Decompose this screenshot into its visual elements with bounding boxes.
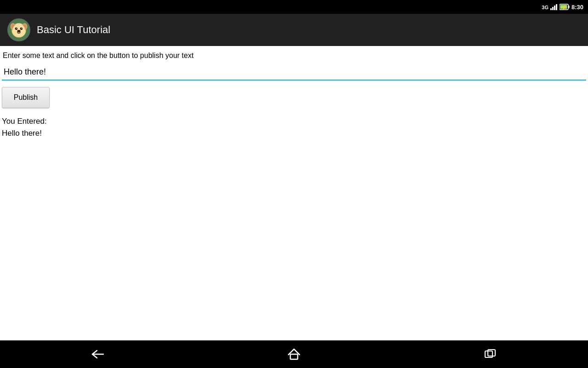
svg-rect-0 xyxy=(550,8,552,10)
svg-rect-2 xyxy=(554,6,555,10)
svg-rect-3 xyxy=(556,4,557,10)
back-button[interactable] xyxy=(79,343,116,366)
battery-icon: ⚡ xyxy=(560,4,570,10)
output-value: Hello there! xyxy=(2,127,586,139)
instruction-text: Enter some text and click on the button … xyxy=(2,52,586,60)
recents-button[interactable] xyxy=(472,343,509,366)
time-display: 8:30 xyxy=(571,4,583,11)
status-bar: 3G ⚡ 8:30 xyxy=(0,0,588,14)
svg-rect-5 xyxy=(568,6,569,8)
avatar-image xyxy=(8,18,29,41)
signal-bars-icon xyxy=(550,4,558,10)
svg-point-15 xyxy=(15,27,18,30)
output-label: You Entered: xyxy=(2,115,586,127)
svg-text:⚡: ⚡ xyxy=(561,5,567,11)
svg-point-19 xyxy=(17,30,20,33)
svg-rect-1 xyxy=(552,7,554,10)
home-icon xyxy=(288,348,300,360)
app-bar: Basic UI Tutorial xyxy=(0,14,588,46)
nav-bar xyxy=(0,340,588,368)
main-content: Enter some text and click on the button … xyxy=(0,46,588,340)
recents-icon xyxy=(484,349,496,360)
text-input[interactable] xyxy=(2,64,586,80)
svg-point-17 xyxy=(16,28,17,29)
status-icons: 3G ⚡ 8:30 xyxy=(542,4,583,11)
svg-point-16 xyxy=(20,27,23,30)
back-icon xyxy=(90,349,105,360)
svg-rect-21 xyxy=(290,354,298,359)
home-button[interactable] xyxy=(276,343,312,366)
publish-button[interactable]: Publish xyxy=(2,87,50,108)
svg-point-18 xyxy=(22,28,23,29)
app-title: Basic UI Tutorial xyxy=(37,24,110,36)
avatar xyxy=(7,18,30,41)
3g-icon: 3G xyxy=(542,4,548,10)
